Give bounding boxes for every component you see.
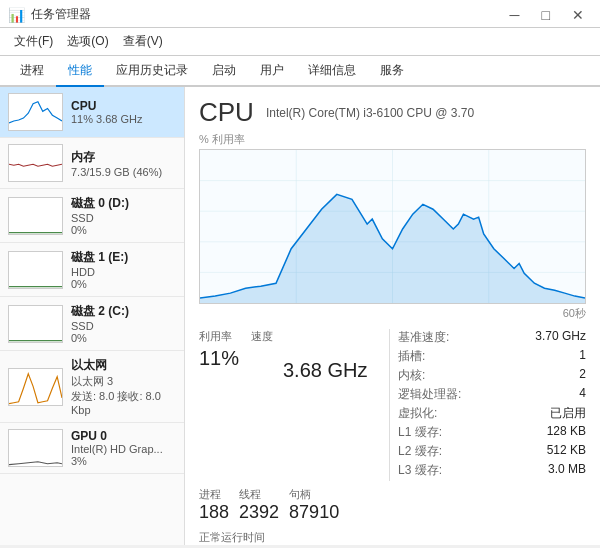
sidebar-item-disk0[interactable]: 磁盘 0 (D:) SSD 0% (0, 189, 184, 243)
threads-value: 2392 (239, 502, 279, 524)
cores-value: 2 (579, 367, 586, 384)
main-content: CPU 11% 3.68 GHz 内存 7.3/15.9 GB (46%) (0, 87, 600, 545)
sockets-label: 插槽: (398, 348, 425, 365)
net-sub1: 以太网 3 (71, 374, 176, 389)
threads-label: 线程 (239, 487, 279, 502)
gpu0-title: GPU 0 (71, 429, 176, 443)
svg-rect-0 (9, 198, 62, 235)
net-sub2: 发送: 8.0 接收: 8.0 Kbp (71, 389, 176, 416)
tab-details[interactable]: 详细信息 (296, 56, 368, 87)
virtualization-value: 已启用 (550, 405, 586, 422)
processes-value: 188 (199, 502, 229, 524)
tab-startup[interactable]: 启动 (200, 56, 248, 87)
app-icon: 📊 (8, 7, 25, 23)
tab-app-history[interactable]: 应用历史记录 (104, 56, 200, 87)
disk0-sub2: 0% (71, 224, 176, 236)
disk1-sub1: HDD (71, 266, 176, 278)
disk2-title: 磁盘 2 (C:) (71, 303, 176, 320)
title-bar: 📊 任务管理器 ─ □ ✕ (0, 0, 600, 28)
disk1-mini-chart (8, 251, 63, 289)
tab-processes[interactable]: 进程 (8, 56, 56, 87)
cores-label: 内核: (398, 367, 425, 384)
handles-value: 87910 (289, 502, 339, 524)
gpu0-info: GPU 0 Intel(R) HD Grap... 3% (71, 429, 176, 467)
cpu-sub: 11% 3.68 GHz (71, 113, 176, 125)
sidebar-item-memory[interactable]: 内存 7.3/15.9 GB (46%) (0, 138, 184, 189)
net-mini-chart (8, 368, 63, 406)
sidebar-item-disk1[interactable]: 磁盘 1 (E:) HDD 0% (0, 243, 184, 297)
disk0-mini-chart (8, 197, 63, 235)
menu-file[interactable]: 文件(F) (8, 31, 59, 52)
cpu-title: CPU (71, 99, 176, 113)
l2-label: L2 缓存: (398, 443, 442, 460)
tab-users[interactable]: 用户 (248, 56, 296, 87)
right-panel: CPU Intel(R) Core(TM) i3-6100 CPU @ 3.70… (185, 87, 600, 545)
l1-value: 128 KB (547, 424, 586, 441)
l2-value: 512 KB (547, 443, 586, 460)
base-speed-value: 3.70 GHz (535, 329, 586, 346)
speed-label4: 速度 (251, 329, 273, 344)
disk2-info: 磁盘 2 (C:) SSD 0% (71, 303, 176, 344)
virtualization-label: 虚拟化: (398, 405, 437, 422)
right-title: CPU (199, 97, 254, 128)
right-subtitle: Intel(R) Core(TM) i3-6100 CPU @ 3.70 (266, 106, 474, 120)
tab-services[interactable]: 服务 (368, 56, 416, 87)
sidebar-item-network[interactable]: 以太网 以太网 3 发送: 8.0 接收: 8.0 Kbp (0, 351, 184, 423)
mem-info: 内存 7.3/15.9 GB (46%) (71, 149, 176, 178)
disk1-title: 磁盘 1 (E:) (71, 249, 176, 266)
disk1-sub2: 0% (71, 278, 176, 290)
sidebar-item-cpu[interactable]: CPU 11% 3.68 GHz (0, 87, 184, 138)
maximize-button[interactable]: □ (534, 7, 558, 23)
net-info: 以太网 以太网 3 发送: 8.0 接收: 8.0 Kbp (71, 357, 176, 416)
handles-label: 句柄 (289, 487, 339, 502)
right-header: CPU Intel(R) Core(TM) i3-6100 CPU @ 3.70 (199, 97, 586, 128)
utilization-value: 11% (199, 346, 239, 370)
net-title: 以太网 (71, 357, 176, 374)
sidebar-item-gpu0[interactable]: GPU 0 Intel(R) HD Grap... 3% (0, 423, 184, 474)
disk0-sub1: SSD (71, 212, 176, 224)
tab-performance[interactable]: 性能 (56, 56, 104, 87)
disk0-title: 磁盘 0 (D:) (71, 195, 176, 212)
tab-bar: 进程 性能 应用历史记录 启动 用户 详细信息 服务 (0, 56, 600, 87)
l3-label: L3 缓存: (398, 462, 442, 479)
disk1-info: 磁盘 1 (E:) HDD 0% (71, 249, 176, 290)
disk2-sub2: 0% (71, 332, 176, 344)
sidebar-item-disk2[interactable]: 磁盘 2 (C:) SSD 0% (0, 297, 184, 351)
logical-value: 4 (579, 386, 586, 403)
app-title: 任务管理器 (31, 6, 91, 23)
disk2-mini-chart (8, 305, 63, 343)
l3-value: 3.0 MB (548, 462, 586, 479)
l1-label: L1 缓存: (398, 424, 442, 441)
left-panel: CPU 11% 3.68 GHz 内存 7.3/15.9 GB (46%) (0, 87, 185, 545)
mem-title: 内存 (71, 149, 176, 166)
cpu-info: CPU 11% 3.68 GHz (71, 99, 176, 125)
utilization-label2: 利用率 (199, 329, 237, 344)
mem-sub: 7.3/15.9 GB (46%) (71, 166, 176, 178)
disk0-info: 磁盘 0 (D:) SSD 0% (71, 195, 176, 236)
base-speed-label: 基准速度: (398, 329, 449, 346)
processes-label: 进程 (199, 487, 229, 502)
logical-label: 逻辑处理器: (398, 386, 461, 403)
minimize-button[interactable]: ─ (502, 7, 528, 23)
cpu-big-chart (199, 149, 586, 304)
sockets-value: 1 (579, 348, 586, 365)
menu-view[interactable]: 查看(V) (117, 31, 169, 52)
chart-x-label: 60秒 (199, 306, 586, 321)
cpu-mini-chart (8, 93, 63, 131)
chart-y-label: % 利用率 (199, 132, 586, 147)
gpu0-sub2: 3% (71, 455, 176, 467)
gpu0-mini-chart (8, 429, 63, 467)
close-button[interactable]: ✕ (564, 7, 592, 23)
speed-value: 3.68 GHz (283, 358, 389, 382)
menu-bar: 文件(F) 选项(O) 查看(V) (0, 28, 600, 56)
menu-options[interactable]: 选项(O) (61, 31, 114, 52)
gpu0-sub1: Intel(R) HD Grap... (71, 443, 176, 455)
disk2-sub1: SSD (71, 320, 176, 332)
mem-mini-chart (8, 144, 63, 182)
uptime-label: 正常运行时间 (199, 530, 586, 545)
